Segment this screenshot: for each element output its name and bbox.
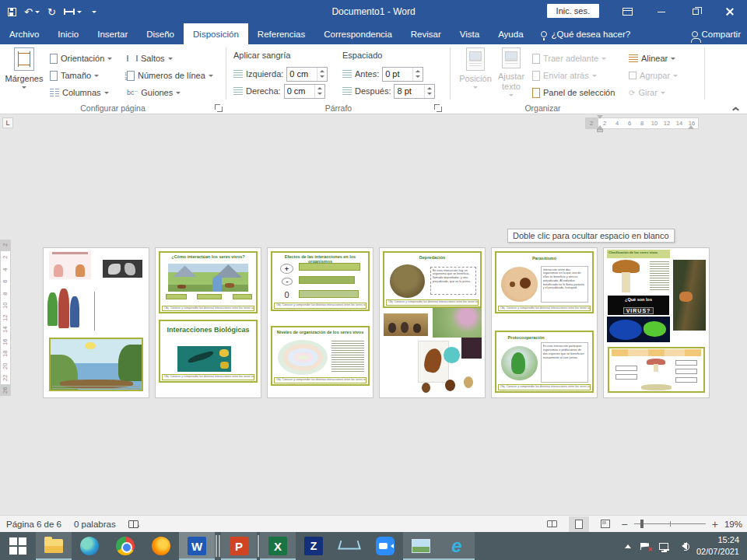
hanging-indent-marker[interactable] (597, 122, 603, 129)
tab-revisar[interactable]: Revisar (402, 23, 451, 44)
page-thumbnail-6[interactable]: Clasificación de los seres vivos ¿Qué so… (603, 247, 710, 398)
photos-button[interactable] (403, 532, 439, 560)
margenes-button[interactable]: Márgenes (6, 47, 42, 99)
collapse-ribbon-chevron-icon[interactable] (732, 105, 739, 110)
epson-scan-button[interactable]: Z (296, 532, 331, 560)
minimize-button[interactable] (644, 0, 679, 23)
left-indent-marker[interactable] (597, 129, 603, 132)
start-button[interactable] (0, 532, 36, 560)
chrome-button[interactable] (107, 532, 143, 560)
touch-mouse-mode-icon[interactable] (64, 9, 82, 16)
zoom-in-button[interactable]: + (712, 519, 718, 530)
spin-up[interactable] (413, 68, 423, 75)
sangria-derecha-field[interactable] (284, 84, 325, 99)
espaciado-despues-input[interactable] (395, 86, 424, 97)
saltos-button[interactable]: Saltos (127, 51, 173, 66)
tab-referencias[interactable]: Referencias (248, 23, 314, 44)
page-thumbnail-5[interactable]: Parasitismo Interacción entre dos organi… (491, 247, 598, 398)
agrupar-button[interactable]: Agrupar (629, 68, 678, 83)
spin-up[interactable] (425, 85, 434, 92)
tab-ayuda[interactable]: Ayuda (489, 23, 532, 44)
internet-explorer-button[interactable]: e (439, 532, 475, 560)
zoom-slider-handle[interactable] (640, 520, 644, 528)
slide-niveles-organizacion: Niveles de organización de los seres viv… (271, 326, 370, 386)
edge-button[interactable] (72, 532, 107, 560)
posicion-button[interactable]: Posición (458, 47, 493, 99)
undo-icon[interactable]: ↶ (24, 7, 40, 17)
panel-seleccion-button[interactable]: Panel de selección (532, 85, 615, 100)
web-layout-button[interactable] (595, 516, 615, 532)
first-line-indent-marker[interactable] (597, 115, 603, 122)
volume-icon[interactable] (678, 542, 687, 550)
page-thumbnail-4[interactable]: Depredación En esta interacción hay un o… (379, 247, 486, 398)
alinear-button[interactable]: Alinear (629, 51, 675, 66)
ribbon: Márgenes Orientación Tamaño Columnas Sal… (0, 44, 747, 114)
tab-insertar[interactable]: Insertar (88, 23, 137, 44)
clock[interactable]: 15:24 02/07/2021 (696, 534, 739, 558)
espaciado-antes-field[interactable] (382, 67, 423, 82)
close-button[interactable] (713, 0, 747, 23)
file-explorer-button[interactable] (36, 532, 72, 560)
traer-adelante-button[interactable]: Traer adelante (532, 51, 606, 66)
powerpoint-taskbar-button[interactable]: P (221, 532, 257, 560)
zoom-slider[interactable] (634, 523, 706, 524)
page-thumbnail-3[interactable]: Efectos de las interacciones en los orga… (267, 247, 374, 398)
spin-up[interactable] (315, 85, 324, 92)
tab-inicio[interactable]: Inicio (48, 23, 88, 44)
guiones-button[interactable]: bc⁻ Guiones (127, 85, 181, 100)
customize-qat-icon[interactable] (89, 9, 96, 16)
sangria-izquierda-input[interactable] (287, 68, 317, 80)
zoom-out-button[interactable]: − (622, 519, 628, 530)
page-thumbnail-2[interactable]: ¿Cómo interactúan los seres vivos? Obj. … (155, 247, 261, 398)
sangria-derecha-input[interactable] (285, 86, 314, 97)
excel-taskbar-button[interactable]: X (260, 532, 296, 560)
word-count[interactable]: 0 palabras (74, 520, 116, 529)
share-button[interactable]: Compartir (692, 23, 741, 44)
restore-button[interactable] (679, 0, 713, 23)
girar-button[interactable]: ⟳ Girar (629, 85, 665, 100)
sign-in-button[interactable]: Inic. ses. (547, 4, 599, 18)
redo-icon[interactable]: ↻ (47, 7, 56, 17)
tamano-button[interactable]: Tamaño (50, 68, 99, 83)
espaciado-antes-input[interactable] (383, 68, 412, 80)
orientacion-button[interactable]: Orientación (50, 51, 112, 66)
paragraph-dialog-launcher[interactable] (434, 104, 442, 112)
enviar-atras-button[interactable]: Enviar atrás (532, 68, 597, 83)
espaciado-despues-field[interactable] (394, 84, 435, 99)
read-mode-button[interactable] (542, 516, 563, 532)
zoom-level[interactable]: 19% (724, 520, 742, 529)
spin-up[interactable] (317, 68, 327, 75)
save-icon[interactable] (8, 8, 16, 16)
spin-down[interactable] (425, 91, 434, 98)
numeros-linea-button[interactable]: 13 Números de línea (127, 68, 213, 83)
firefox-button[interactable] (143, 532, 179, 560)
print-layout-button[interactable] (569, 516, 589, 532)
ribbon-display-options-button[interactable] (610, 0, 644, 23)
ajustar-texto-button[interactable]: Ajustar texto (493, 47, 529, 99)
spin-down[interactable] (317, 74, 327, 81)
word-taskbar-button[interactable]: W (179, 532, 215, 560)
network-icon[interactable] (659, 543, 668, 550)
sangria-izquierda-field[interactable] (286, 67, 328, 82)
indent-markers[interactable] (597, 115, 604, 132)
right-indent-marker[interactable] (688, 122, 694, 129)
spin-down[interactable] (315, 91, 324, 98)
vertical-ruler[interactable]: 2 2 4 6 8 10 12 14 16 18 20 22 26 (0, 240, 11, 396)
hidden-icons-chevron-icon[interactable] (625, 541, 631, 548)
scanner-button[interactable] (331, 532, 367, 560)
tab-diseno[interactable]: Diseño (137, 23, 184, 44)
tab-stop-selector[interactable]: L (2, 117, 13, 128)
page-thumbnail-1[interactable] (43, 247, 149, 398)
zoom-app-button[interactable] (367, 532, 403, 560)
tab-vista[interactable]: Vista (451, 23, 489, 44)
tell-me-box[interactable]: ¿Qué desea hacer? (533, 23, 639, 44)
action-center-flag-icon[interactable] (640, 543, 650, 550)
page-indicator[interactable]: Página 6 de 6 (6, 520, 61, 529)
columnas-button[interactable]: Columnas (50, 85, 109, 100)
tab-correspondencia[interactable]: Correspondencia (314, 23, 402, 44)
proofing-icon[interactable] (128, 520, 139, 528)
page-setup-dialog-launcher[interactable] (215, 104, 223, 112)
spin-down[interactable] (413, 74, 423, 81)
tab-archivo[interactable]: Archivo (0, 23, 48, 44)
tab-disposicion[interactable]: Disposición (184, 23, 248, 44)
